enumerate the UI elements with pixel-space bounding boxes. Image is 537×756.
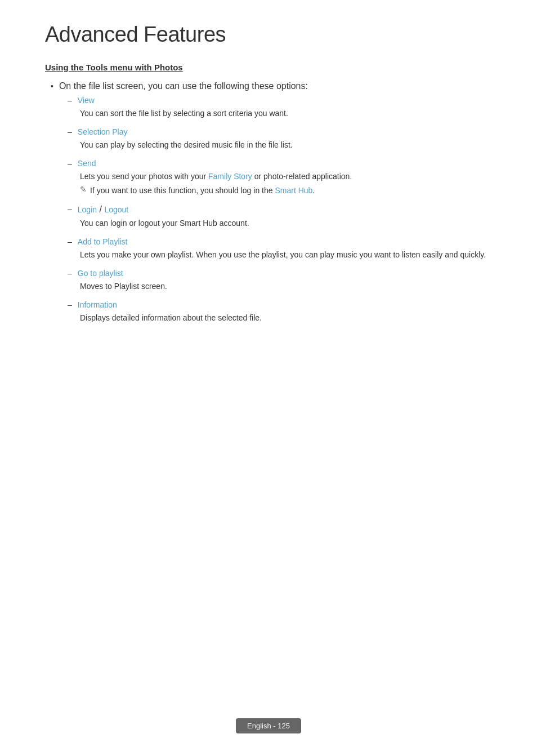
desc-login-logout: You can login or logout your Smart Hub a… (80, 217, 492, 229)
dash-go-to-playlist: – (68, 269, 72, 278)
page-footer: English - 125 (0, 718, 537, 733)
menu-item-selection-play: – Selection Play You can play by selecti… (68, 127, 492, 151)
dash-information: – (68, 300, 72, 309)
link-send[interactable]: Send (78, 159, 96, 168)
desc-selection-play: You can play by selecting the desired mu… (80, 139, 492, 151)
menu-item-go-to-playlist: – Go to playlist Moves to Playlist scree… (68, 269, 492, 292)
dash-send: – (68, 159, 72, 168)
intro-text: On the file list screen, you can use the… (59, 81, 308, 91)
link-add-to-playlist[interactable]: Add to Playlist (78, 237, 128, 246)
menu-item-add-to-playlist: – Add to Playlist Lets you make your own… (68, 237, 492, 261)
note-text-send: If you want to use this function, you sh… (90, 185, 315, 197)
dash-view: – (68, 96, 72, 105)
label-login-logout: Login / Logout (78, 204, 128, 215)
link-smart-hub[interactable]: Smart Hub (275, 186, 312, 195)
link-family-story[interactable]: Family Story (208, 172, 252, 181)
menu-item-view: – View You can sort the file list by sel… (68, 96, 492, 119)
note-icon-send: ✎ (80, 185, 87, 194)
desc-go-to-playlist: Moves to Playlist screen. (80, 281, 492, 292)
page-number-badge: English - 125 (236, 718, 301, 733)
desc-view: You can sort the file list by selecting … (80, 108, 492, 119)
desc-add-to-playlist: Lets you make your own playlist. When yo… (80, 249, 492, 261)
menu-items-list: – View You can sort the file list by sel… (68, 96, 492, 324)
link-logout[interactable]: Logout (104, 205, 128, 214)
dash-login-logout: – (68, 204, 72, 214)
link-go-to-playlist[interactable]: Go to playlist (78, 269, 123, 278)
menu-item-send: – Send Lets you send your photos with yo… (68, 159, 492, 197)
dash-add-to-playlist: – (68, 237, 72, 246)
desc-send: Lets you send your photos with your Fami… (80, 171, 492, 183)
link-information[interactable]: Information (78, 300, 117, 309)
menu-item-information: – Information Displays detailed informat… (68, 300, 492, 324)
link-selection-play[interactable]: Selection Play (78, 127, 128, 136)
link-login[interactable]: Login (78, 205, 97, 214)
intro-bullet: • On the file list screen, you can use t… (51, 81, 492, 91)
section-heading: Using the Tools menu with Photos (45, 63, 492, 72)
link-view[interactable]: View (78, 96, 95, 105)
page-title: Advanced Features (45, 23, 492, 47)
note-send: ✎ If you want to use this function, you … (80, 185, 492, 197)
bullet-dot: • (51, 82, 53, 91)
desc-information: Displays detailed information about the … (80, 312, 492, 324)
dash-selection-play: – (68, 127, 72, 136)
menu-item-login-logout: – Login / Logout You can login or logout… (68, 204, 492, 229)
